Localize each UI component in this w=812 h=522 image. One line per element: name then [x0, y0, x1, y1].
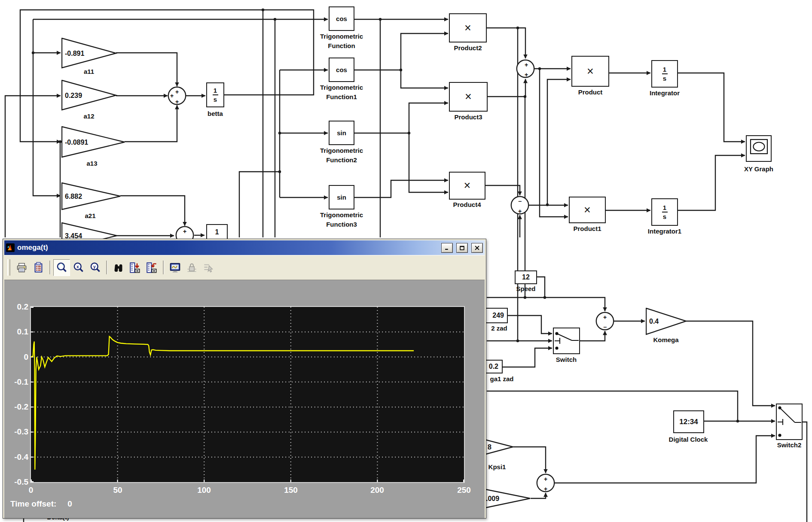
gain-a11[interactable]: -0.891	[61, 38, 117, 69]
svg-text:x: x	[76, 264, 79, 269]
gain-009-value: .009	[486, 495, 499, 502]
gain-a12[interactable]: 0.239	[61, 80, 117, 111]
multiply-icon: ×	[464, 179, 471, 192]
gain-a13[interactable]: -0.0891	[61, 126, 126, 158]
save-axes-button[interactable]	[127, 259, 143, 276]
numerator: 1	[214, 87, 217, 94]
product-block[interactable]: ×	[571, 56, 609, 87]
zoom-button[interactable]	[53, 259, 70, 276]
scope-plot-area[interactable]	[30, 306, 465, 483]
maximize-icon	[460, 246, 464, 250]
lock-axes-button[interactable]	[183, 259, 200, 276]
close-button[interactable]	[471, 243, 483, 253]
integrator-betta-label: betta	[208, 110, 223, 117]
switch2-block[interactable]	[776, 404, 803, 440]
sum-betta[interactable]: + + +	[167, 86, 187, 106]
trig-function-block[interactable]: cos	[329, 6, 354, 31]
digital-clock-label: Digital Clock	[669, 436, 708, 443]
integrator1[interactable]: 1 s	[651, 198, 678, 226]
xy-graph-label: XY Graph	[744, 165, 773, 173]
gain-a21[interactable]: 6.882	[61, 182, 122, 210]
gain-komega-value: 0.4	[649, 318, 659, 325]
zoom-y-icon: y	[89, 262, 101, 273]
switch-icon	[554, 329, 579, 353]
toolbar-separator	[106, 261, 107, 274]
xy-graph-icon	[747, 137, 771, 161]
trig-op: cos	[336, 15, 347, 22]
signal-selection-button[interactable]	[200, 259, 217, 276]
zoom-x-button[interactable]: x	[70, 259, 87, 276]
x-tick-label: 50	[105, 486, 131, 495]
scope-titlebar[interactable]: omega(t)	[4, 240, 485, 255]
product4-block[interactable]: ×	[449, 172, 485, 200]
gain-komega[interactable]: 0.4	[646, 308, 687, 335]
clock-value: 12:34	[679, 418, 698, 426]
xy-graph-block[interactable]	[746, 135, 772, 162]
trig-op: cos	[336, 66, 347, 73]
trig-function1-block[interactable]: cos	[329, 58, 354, 82]
save-axes-icon	[129, 262, 141, 273]
minimize-button[interactable]	[441, 243, 453, 253]
constant-zad1-label: ga1 zad	[490, 375, 513, 382]
x-tick-label: 150	[278, 486, 304, 495]
trig-function1-label: Trigonometric	[320, 84, 363, 91]
gain-kpsi1-label: Kpsi1	[488, 463, 506, 470]
integrator[interactable]: 1 s	[651, 60, 678, 88]
product2-block[interactable]: ×	[449, 13, 487, 42]
sum-sign: −	[518, 198, 522, 205]
floating-scope-icon	[169, 262, 181, 273]
numerator: 1	[663, 204, 666, 211]
trig-function3-block[interactable]: sin	[329, 185, 354, 209]
denominator: s	[663, 213, 666, 220]
constant-speed[interactable]: 12	[515, 270, 537, 284]
time-offset: Time offset:0	[10, 499, 72, 509]
scope-client-area: 0.2 0.1 0 -0.1 -0.2 -0.3 -0.4 -0.5 0 50 …	[4, 280, 485, 518]
gain-kpsi1-value: 8	[488, 443, 491, 451]
product1-block[interactable]: ×	[569, 197, 606, 223]
switch-block[interactable]	[553, 328, 580, 354]
print-button[interactable]	[13, 259, 30, 276]
y-tick-label: -0.4	[6, 452, 28, 462]
denominator: s	[663, 75, 666, 82]
product3-block[interactable]: ×	[449, 82, 488, 112]
zoom-x-icon: x	[73, 262, 84, 273]
constant-value: 0.2	[489, 363, 498, 370]
sum-sign: +	[544, 486, 547, 492]
digital-clock-block[interactable]: 12:34	[673, 410, 704, 433]
floating-scope-button[interactable]	[167, 259, 183, 276]
restore-axes-button[interactable]	[143, 259, 160, 276]
switch2-label: Switch2	[777, 441, 802, 449]
maximize-button[interactable]	[456, 243, 468, 253]
y-tick-label: -0.1	[6, 377, 28, 387]
gain-a21-value: 6.882	[65, 193, 82, 200]
sum-a[interactable]: + +	[516, 59, 535, 79]
numerator: 1	[663, 66, 666, 73]
restore-axes-icon	[146, 262, 158, 273]
window-title: omega(t)	[17, 243, 438, 252]
multiply-icon: ×	[587, 65, 594, 78]
gain-a11-value: -0.891	[65, 50, 84, 57]
sum-d[interactable]: + +	[536, 473, 556, 493]
sum-c[interactable]: + −	[595, 311, 615, 331]
constant-value: 249	[492, 312, 504, 319]
y-tick-label: -0.2	[6, 402, 28, 412]
scope-plot-canvas	[31, 307, 464, 482]
integrator1-label: Integrator1	[648, 228, 681, 235]
trig-function-label: Trigonometric	[320, 33, 363, 40]
parameters-button[interactable]	[30, 259, 47, 276]
integrator-betta[interactable]: 1 s	[206, 82, 224, 107]
y-tick-label: -0.3	[6, 427, 28, 437]
constant-one-block[interactable]: 1	[206, 224, 228, 240]
trig-function-label: Function	[328, 42, 355, 49]
sum-b[interactable]: − +	[510, 195, 530, 215]
zoom-y-button[interactable]: y	[87, 259, 104, 276]
trig-function2-block[interactable]: sin	[329, 121, 354, 145]
trig-function3-label: Function3	[326, 221, 357, 228]
product4-label: Product4	[453, 201, 481, 208]
scope-window[interactable]: omega(t)	[3, 239, 486, 519]
gain-a13-value: -0.0891	[65, 139, 88, 146]
constant-speed-label: Speed	[516, 285, 535, 292]
integrator-label: Integrator	[650, 89, 680, 97]
autoscale-button[interactable]	[110, 259, 127, 276]
toolbar-grip[interactable]	[7, 259, 10, 276]
